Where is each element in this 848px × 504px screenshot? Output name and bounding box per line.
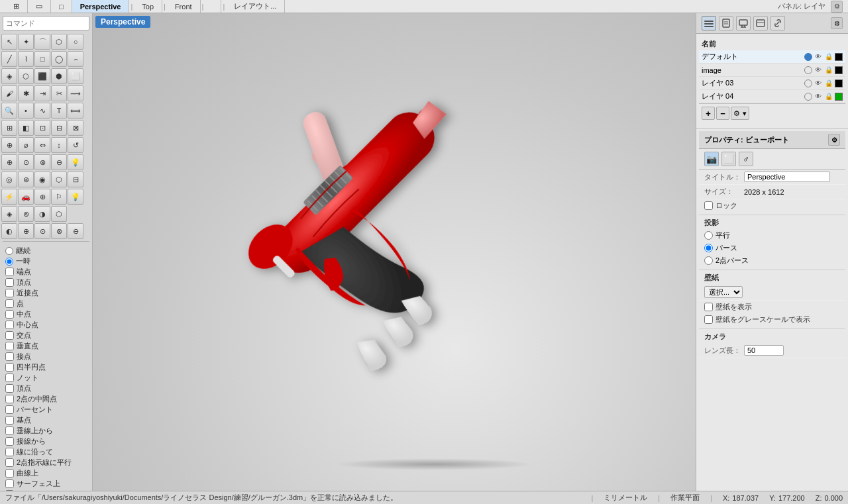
tool-x4[interactable]: ⊗ [51, 223, 67, 239]
tool-arc2[interactable]: ⌢ [68, 51, 83, 67]
tool-analysis[interactable]: ◎ [1, 172, 17, 187]
properties-gear-btn[interactable]: ⚙ [828, 134, 840, 146]
props-tab-camera[interactable]: 📷 [704, 152, 719, 166]
tool-car[interactable]: 🚗 [18, 189, 34, 205]
tool-magnify[interactable]: ⊕ [1, 154, 17, 170]
tool-line[interactable]: ╱ [1, 51, 17, 67]
tab-perspective[interactable]: Perspective [72, 0, 130, 13]
tool-array[interactable]: ⊟ [51, 120, 67, 136]
snap-midtwo[interactable]: 2点の中間点 [5, 394, 87, 404]
snap-near[interactable]: 近接点 [5, 288, 87, 298]
snap-vertex2[interactable]: 頂点 [5, 383, 87, 393]
snap-mode-continuous[interactable]: 継続 [5, 246, 87, 256]
tool-select[interactable]: ↖ [1, 34, 17, 50]
panel-tab-icon[interactable] [753, 16, 768, 30]
tool-hatch[interactable]: ◧ [18, 120, 34, 136]
layer-settings-button[interactable]: ⚙ ▾ [731, 107, 749, 120]
tab-top[interactable]: Top [134, 0, 162, 13]
lens-length-input[interactable] [744, 345, 784, 356]
tool-x3[interactable]: ⊙ [34, 223, 50, 239]
right-panel-gear-btn[interactable]: ⚙ [831, 17, 843, 29]
tool-text[interactable]: T [51, 103, 67, 119]
show-wallpaper-row[interactable]: 壁紙を表示 [699, 301, 845, 313]
tool-boolean[interactable]: ⊕ [1, 137, 17, 153]
doc-tab-icon[interactable] [719, 16, 733, 30]
tool-nurbs[interactable]: ⬢ [51, 68, 67, 84]
layer-swatch-default[interactable] [835, 53, 843, 61]
viewport-canvas[interactable] [93, 13, 696, 491]
add-layer-button[interactable]: + [702, 107, 715, 120]
props-lock-row[interactable]: ロック [699, 199, 845, 212]
tool-paint[interactable]: 🖌 [1, 85, 17, 101]
proj-perspective-row[interactable]: パース [699, 242, 845, 254]
layer-visibility-image[interactable]: 👁 [814, 66, 823, 75]
layer-lock-03[interactable]: 🔒 [824, 79, 833, 88]
snap-quad[interactable]: 四半円点 [5, 362, 87, 372]
tool-curve-arc[interactable]: ⌒ [34, 34, 50, 50]
show-wallpaper-checkbox[interactable] [704, 303, 713, 311]
proj-parallel-row[interactable]: 平行 [699, 229, 845, 242]
layer-row-04[interactable]: レイヤ 04 👁 🔒 [699, 90, 845, 103]
layer-visibility-default[interactable]: 👁 [814, 52, 823, 62]
tool-curve3[interactable]: ∿ [34, 103, 50, 119]
tool-x5[interactable]: ⊖ [68, 223, 83, 239]
tool-polygon[interactable]: ⬡ [51, 34, 67, 50]
tab-viewport2[interactable]: □ [51, 0, 72, 13]
tool-split[interactable]: ⇥ [34, 85, 50, 101]
layer-swatch-04[interactable] [835, 93, 843, 101]
tool-x2[interactable]: ⊕ [18, 223, 34, 239]
snap-endpoint[interactable]: 端点 [5, 267, 87, 277]
tool-surface[interactable]: ⬛ [34, 68, 50, 84]
grayscale-wallpaper-row[interactable]: 壁紙をグレースケールで表示 [699, 313, 845, 326]
snap-center[interactable]: 中心点 [5, 320, 87, 330]
props-title-input[interactable] [744, 172, 830, 182]
tool-block[interactable]: ⊡ [34, 120, 50, 136]
props-tab-person[interactable]: ♂ [739, 152, 753, 166]
tool-rect[interactable]: □ [34, 51, 50, 67]
tool-view[interactable]: ◈ [1, 206, 17, 222]
layer-row-03[interactable]: レイヤ 03 👁 🔒 [699, 77, 845, 90]
layer-lock-default[interactable]: 🔒 [824, 52, 833, 62]
tool-zoom2[interactable]: ⊙ [18, 154, 34, 170]
layer-row-image[interactable]: image 👁 🔒 [699, 64, 845, 77]
snap-along[interactable]: 線に沿って [5, 447, 87, 457]
panel-gear-button[interactable]: ⚙ [831, 1, 843, 13]
tool-extrude[interactable]: ⬜ [68, 68, 83, 84]
tool-offset[interactable]: ⟿ [68, 85, 83, 101]
tool-light[interactable]: 💡 [68, 154, 83, 170]
layer-visibility-04[interactable]: 👁 [814, 92, 823, 101]
remove-layer-button[interactable]: − [716, 107, 729, 120]
tool-walk[interactable]: ⚐ [51, 189, 67, 205]
layer-visibility-03[interactable]: 👁 [814, 79, 823, 88]
tool-x1[interactable]: ◐ [1, 223, 17, 239]
tab-front[interactable]: Front [167, 0, 201, 13]
tool-curve4[interactable]: ◉ [34, 172, 50, 187]
proj-twopoint-row[interactable]: 2点パース [699, 254, 845, 267]
layers-tab-icon[interactable] [702, 16, 716, 30]
snap-perp[interactable]: 垂直点 [5, 341, 87, 351]
tool-scale[interactable]: ↕ [51, 137, 67, 153]
tool-zoom4[interactable]: ⊖ [51, 154, 67, 170]
snap-vertex[interactable]: 頂点 [5, 277, 87, 287]
snap-mode-once[interactable]: 一時 [5, 256, 87, 266]
tool-misc[interactable]: ⊟ [68, 172, 83, 187]
tool-cursor[interactable]: ⊕ [34, 189, 50, 205]
layer-swatch-image[interactable] [835, 66, 843, 74]
tool-zebra[interactable]: ⊛ [18, 172, 34, 187]
snap-fromperp[interactable]: 垂線上から [5, 426, 87, 436]
tool-cam2[interactable]: ⊚ [18, 206, 34, 222]
snap-intersect[interactable]: 交点 [5, 330, 87, 340]
tool-dim[interactable]: ⟺ [68, 103, 83, 119]
tab-layout[interactable]: レイアウト... [226, 0, 285, 13]
tool-rotate[interactable]: ↺ [68, 137, 83, 153]
tool-solid[interactable]: ◈ [1, 68, 17, 84]
tool-cam4[interactable]: ⬡ [51, 206, 67, 222]
tool-group[interactable]: ⊠ [68, 120, 83, 136]
tool-cam3[interactable]: ◑ [34, 206, 50, 222]
snap-tan[interactable]: 接点 [5, 352, 87, 362]
tool-zoom[interactable]: 🔍 [1, 103, 17, 119]
tool-ellipse[interactable]: ◯ [51, 51, 67, 67]
props-lock-checkbox[interactable] [704, 201, 713, 210]
layer-lock-image[interactable]: 🔒 [824, 66, 833, 75]
monitor-tab-icon[interactable] [736, 16, 751, 30]
